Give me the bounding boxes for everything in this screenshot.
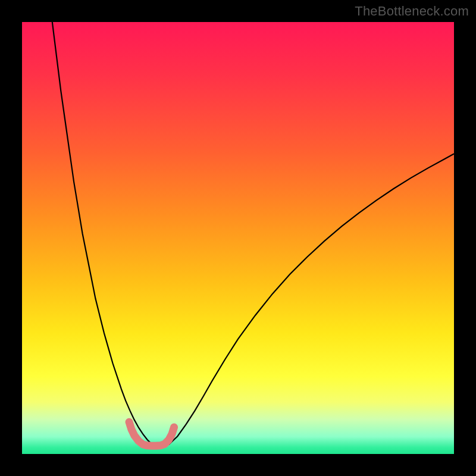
chart-svg [22, 22, 454, 454]
plot-area [22, 22, 454, 454]
watermark-label: TheBottleneck.com [355, 4, 469, 19]
chart-frame: TheBottleneck.com [0, 0, 476, 476]
chart-background [22, 22, 454, 454]
